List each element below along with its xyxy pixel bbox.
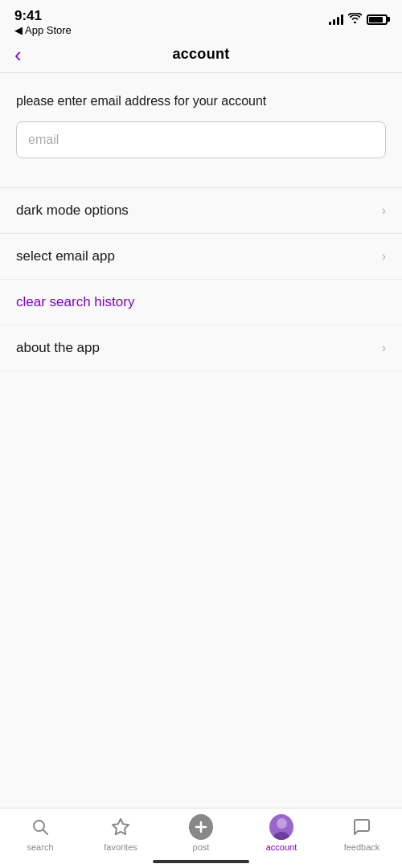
- status-icons: [329, 8, 388, 26]
- tab-favorites-label: favorites: [104, 842, 137, 852]
- status-store: ◀ App Store: [14, 24, 72, 36]
- email-instruction-label: please enter email address for your acco…: [16, 92, 386, 110]
- settings-item-dark-mode[interactable]: dark mode options ›: [0, 187, 402, 233]
- signal-icon: [329, 14, 343, 25]
- email-section: please enter email address for your acco…: [0, 73, 402, 171]
- tab-search[interactable]: search: [0, 815, 80, 852]
- tab-favorites[interactable]: favorites: [80, 815, 161, 852]
- wifi-icon: [348, 13, 362, 26]
- account-tab-icon: [269, 815, 293, 839]
- settings-item-label-dark-mode: dark mode options: [16, 203, 129, 219]
- tab-feedback-label: feedback: [344, 842, 380, 852]
- settings-item-about-app[interactable]: about the app ›: [0, 325, 402, 371]
- status-time: 9:41: [14, 8, 72, 24]
- email-input[interactable]: [16, 121, 386, 158]
- status-left: 9:41 ◀ App Store: [14, 8, 72, 36]
- back-button[interactable]: ‹: [14, 44, 22, 65]
- settings-item-email-app[interactable]: select email app ›: [0, 233, 402, 279]
- settings-item-label-about-app: about the app: [16, 340, 100, 356]
- svg-marker-2: [113, 819, 129, 834]
- app-store-back-icon: ◀: [14, 24, 23, 36]
- battery-icon: [367, 14, 388, 25]
- tab-post[interactable]: post: [161, 815, 241, 852]
- tab-account-label: account: [266, 842, 297, 852]
- tab-post-label: post: [193, 842, 210, 852]
- svg-line-1: [43, 830, 48, 835]
- settings-list: dark mode options › select email app › c…: [0, 187, 402, 371]
- tab-account[interactable]: account: [241, 815, 322, 852]
- chevron-right-icon: ›: [382, 203, 386, 218]
- home-indicator: [153, 860, 249, 863]
- settings-item-label-clear-history: clear search history: [16, 294, 134, 310]
- feedback-tab-icon: [350, 815, 374, 839]
- tab-bar: search favorites post: [0, 808, 402, 868]
- nav-header: ‹ account: [0, 39, 402, 72]
- search-tab-icon: [28, 815, 52, 839]
- page-title: account: [172, 46, 229, 63]
- post-tab-icon: [189, 815, 213, 839]
- tab-search-label: search: [27, 842, 53, 852]
- favorites-tab-icon: [109, 815, 133, 839]
- status-bar: 9:41 ◀ App Store: [0, 0, 402, 39]
- chevron-right-icon: ›: [382, 341, 386, 355]
- settings-item-clear-history[interactable]: clear search history: [0, 279, 402, 325]
- chevron-right-icon: ›: [382, 249, 386, 264]
- settings-item-label-email-app: select email app: [16, 248, 115, 264]
- tab-feedback[interactable]: feedback: [322, 815, 402, 852]
